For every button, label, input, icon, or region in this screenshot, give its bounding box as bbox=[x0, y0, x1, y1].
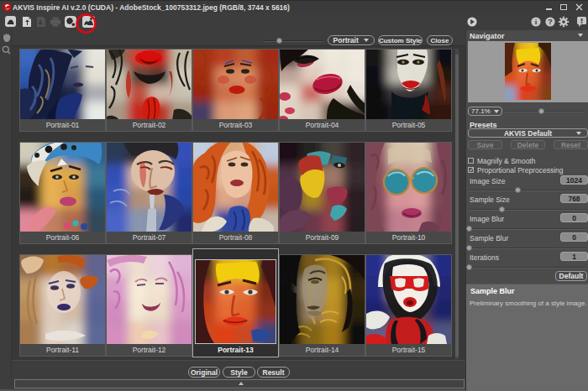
svg-text:?: ? bbox=[548, 17, 553, 26]
